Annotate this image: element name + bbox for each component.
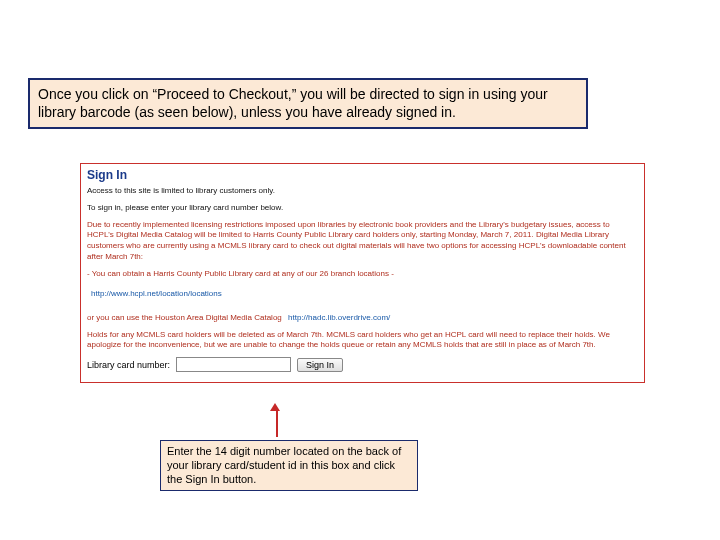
access-note: Access to this site is limited to librar…	[87, 186, 638, 197]
licensing-notice: Due to recently implemented licensing re…	[87, 220, 638, 263]
sign-in-heading: Sign In	[87, 168, 638, 182]
enter-card-note: To sign in, please enter your library ca…	[87, 203, 638, 214]
option-hadc-text: or you can use the Houston Area Digital …	[87, 313, 282, 322]
instruction-text: Once you click on “Proceed to Checkout,”…	[38, 86, 548, 120]
option-branch: - You can obtain a Harris County Public …	[87, 269, 638, 280]
sign-in-button[interactable]: Sign In	[297, 358, 343, 372]
holds-notice: Holds for any MCMLS card holders will be…	[87, 330, 638, 352]
card-number-label: Library card number:	[87, 360, 170, 370]
arrow-icon	[274, 403, 280, 437]
card-number-input[interactable]	[176, 357, 291, 372]
instruction-callout: Once you click on “Proceed to Checkout,”…	[28, 78, 588, 129]
tip-text: Enter the 14 digit number located on the…	[167, 445, 401, 485]
sign-in-panel: Sign In Access to this site is limited t…	[80, 163, 645, 383]
option-hadc: or you can use the Houston Area Digital …	[87, 313, 390, 322]
option-branch-text: - You can obtain a Harris County Public …	[87, 269, 394, 278]
branch-locations-link[interactable]: http://www.hcpl.net/location/locations	[91, 289, 222, 298]
hadc-link[interactable]: http://hadc.lib.overdrive.com/	[288, 313, 390, 322]
sign-in-form-row: Library card number: Sign In	[87, 357, 638, 372]
tip-callout: Enter the 14 digit number located on the…	[160, 440, 418, 491]
